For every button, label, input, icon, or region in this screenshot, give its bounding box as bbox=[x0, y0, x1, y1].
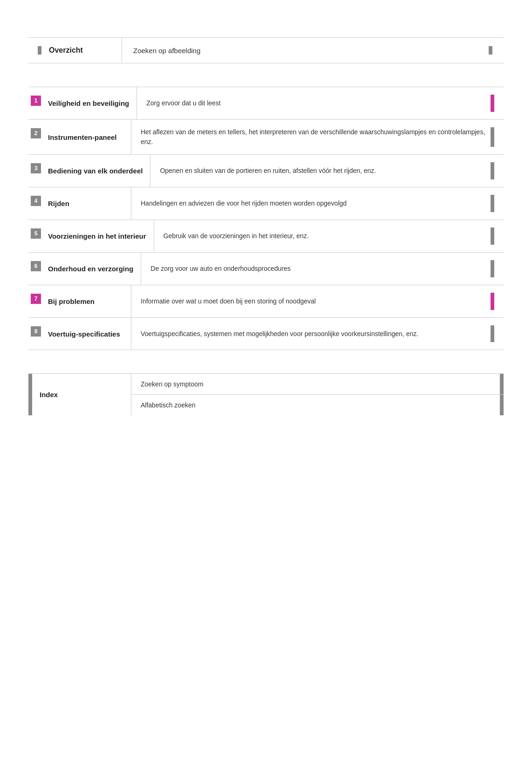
index-left: Index bbox=[28, 374, 131, 415]
overview-right-bar bbox=[489, 46, 492, 55]
chapter-desc-7: Informatie over wat u moet doen bij een … bbox=[141, 296, 491, 306]
chapter-row[interactable]: 8 Voertuig-specificaties Voertuigspecifi… bbox=[28, 317, 504, 350]
index-link-text-2: Alfabetisch zoeken bbox=[141, 401, 494, 409]
chapter-number-8: 8 bbox=[31, 326, 41, 337]
chapter-number-2: 2 bbox=[31, 128, 41, 138]
chapter-right-bar-4 bbox=[491, 195, 494, 212]
chapter-title-area-8: Voertuig-specificaties bbox=[43, 318, 131, 350]
overview-link-text: Zoeken op afbeelding bbox=[133, 47, 200, 55]
chapter-desc-area-2: Het aflezen van de meters en tellers, he… bbox=[131, 120, 504, 154]
index-link-bar-2 bbox=[500, 395, 504, 415]
chapter-row[interactable]: 6 Onderhoud en verzorging De zorg voor u… bbox=[28, 252, 504, 285]
chapter-number-bar-6: 6 bbox=[28, 253, 43, 285]
page-container: Overzicht Zoeken op afbeelding 1 Veiligh… bbox=[28, 37, 504, 415]
chapter-title-area-3: Bediening van elk onderdeel bbox=[43, 155, 150, 187]
index-title-area: Index bbox=[32, 383, 65, 406]
index-link-bar-1 bbox=[500, 374, 504, 394]
chapter-title-2: Instrumenten-paneel bbox=[48, 132, 117, 142]
chapter-desc-2: Het aflezen van de meters en tellers, he… bbox=[141, 127, 491, 147]
chapter-title-3: Bediening van elk onderdeel bbox=[48, 166, 143, 176]
chapter-number-bar-8: 8 bbox=[28, 318, 43, 350]
index-link-row-1[interactable]: Zoeken op symptoom bbox=[131, 374, 504, 395]
chapter-number-4: 4 bbox=[31, 196, 41, 206]
chapter-left: 1 Veiligheid en beveiliging bbox=[28, 87, 136, 119]
overview-right[interactable]: Zoeken op afbeelding bbox=[122, 38, 504, 63]
chapter-left: 7 Bij problemen bbox=[28, 285, 131, 317]
chapter-row[interactable]: 4 Rijden Handelingen en adviezen die voo… bbox=[28, 187, 504, 220]
chapter-right-bar-1 bbox=[491, 95, 494, 112]
chapter-number-bar-4: 4 bbox=[28, 187, 43, 220]
chapter-desc-area-3: Openen en sluiten van de portieren en ru… bbox=[150, 155, 504, 187]
chapter-title-area-2: Instrumenten-paneel bbox=[43, 120, 131, 154]
chapter-desc-4: Handelingen en adviezen die voor het rij… bbox=[141, 199, 491, 208]
chapter-desc-area-7: Informatie over wat u moet doen bij een … bbox=[131, 285, 504, 317]
chapter-row[interactable]: 5 Voorzieningen in het interieur Gebruik… bbox=[28, 220, 504, 252]
chapter-title-7: Bij problemen bbox=[48, 296, 95, 306]
chapter-right-bar-8 bbox=[491, 325, 494, 342]
chapter-title-area-4: Rijden bbox=[43, 187, 131, 220]
chapter-desc-1: Zorg ervoor dat u dit leest bbox=[146, 98, 491, 108]
chapter-number-bar-3: 3 bbox=[28, 155, 43, 187]
index-links-area: Zoeken op symptoom Alfabetisch zoeken bbox=[131, 374, 504, 415]
chapter-number-6: 6 bbox=[31, 261, 41, 271]
chapter-title-6: Onderhoud en verzorging bbox=[48, 264, 133, 274]
chapter-number-bar-2: 2 bbox=[28, 120, 43, 154]
index-title: Index bbox=[40, 391, 58, 399]
chapter-desc-6: De zorg voor uw auto en onderhoudsproced… bbox=[150, 264, 491, 274]
chapter-right-bar-5 bbox=[491, 227, 494, 245]
chapter-left: 6 Onderhoud en verzorging bbox=[28, 253, 141, 285]
chapter-number-3: 3 bbox=[31, 163, 41, 173]
overview-title: Overzicht bbox=[49, 46, 83, 55]
index-section: Index Zoeken op symptoom Alfabetisch zoe… bbox=[28, 373, 504, 415]
overview-sidebar-bar bbox=[38, 46, 41, 55]
overview-left: Overzicht bbox=[28, 38, 122, 63]
chapter-desc-3: Openen en sluiten van de portieren en ru… bbox=[160, 166, 491, 176]
index-link-text-1: Zoeken op symptoom bbox=[141, 380, 494, 388]
chapter-title-8: Voertuig-specificaties bbox=[48, 329, 120, 339]
chapter-title-5: Voorzieningen in het interieur bbox=[48, 231, 146, 241]
chapter-desc-area-8: Voertuigspecificaties, systemen met moge… bbox=[131, 318, 504, 350]
chapter-desc-area-1: Zorg ervoor dat u dit leest bbox=[137, 87, 504, 119]
chapter-right-bar-2 bbox=[491, 127, 494, 147]
chapter-left: 5 Voorzieningen in het interieur bbox=[28, 220, 154, 252]
overview-section: Overzicht Zoeken op afbeelding bbox=[28, 37, 504, 63]
chapter-desc-5: Gebruik van de voorzieningen in het inte… bbox=[164, 231, 491, 241]
chapter-left: 3 Bediening van elk onderdeel bbox=[28, 155, 150, 187]
chapter-row[interactable]: 2 Instrumenten-paneel Het aflezen van de… bbox=[28, 119, 504, 154]
chapter-number-5: 5 bbox=[31, 228, 41, 239]
chapter-title-area-5: Voorzieningen in het interieur bbox=[43, 220, 154, 252]
chapter-right-bar-6 bbox=[491, 260, 494, 277]
chapter-title-1: Veiligheid en beveiliging bbox=[48, 98, 129, 108]
index-sidebar-bar bbox=[28, 374, 32, 415]
chapter-left: 4 Rijden bbox=[28, 187, 131, 220]
chapter-title-area-7: Bij problemen bbox=[43, 285, 131, 317]
chapter-title-area-6: Onderhoud en verzorging bbox=[43, 253, 141, 285]
chapter-number-7: 7 bbox=[31, 294, 41, 304]
chapter-number-1: 1 bbox=[31, 96, 41, 106]
chapter-desc-area-5: Gebruik van de voorzieningen in het inte… bbox=[154, 220, 504, 252]
chapter-desc-area-4: Handelingen en adviezen die voor het rij… bbox=[131, 187, 504, 220]
chapter-title-4: Rijden bbox=[48, 199, 69, 208]
index-link-row-2[interactable]: Alfabetisch zoeken bbox=[131, 395, 504, 415]
chapter-desc-area-6: De zorg voor uw auto en onderhoudsproced… bbox=[141, 253, 504, 285]
chapter-row[interactable]: 3 Bediening van elk onderdeel Openen en … bbox=[28, 154, 504, 187]
chapters-section: 1 Veiligheid en beveiliging Zorg ervoor … bbox=[28, 87, 504, 350]
chapter-row[interactable]: 7 Bij problemen Informatie over wat u mo… bbox=[28, 285, 504, 317]
chapter-left: 8 Voertuig-specificaties bbox=[28, 318, 131, 350]
chapter-left: 2 Instrumenten-paneel bbox=[28, 120, 131, 154]
chapter-number-bar-7: 7 bbox=[28, 285, 43, 317]
chapter-right-bar-3 bbox=[491, 162, 494, 179]
chapter-right-bar-7 bbox=[491, 293, 494, 310]
chapter-desc-8: Voertuigspecificaties, systemen met moge… bbox=[141, 329, 491, 339]
chapter-number-bar-1: 1 bbox=[28, 87, 43, 119]
chapter-title-area-1: Veiligheid en beveiliging bbox=[43, 87, 136, 119]
chapter-row[interactable]: 1 Veiligheid en beveiliging Zorg ervoor … bbox=[28, 87, 504, 119]
chapter-number-bar-5: 5 bbox=[28, 220, 43, 252]
